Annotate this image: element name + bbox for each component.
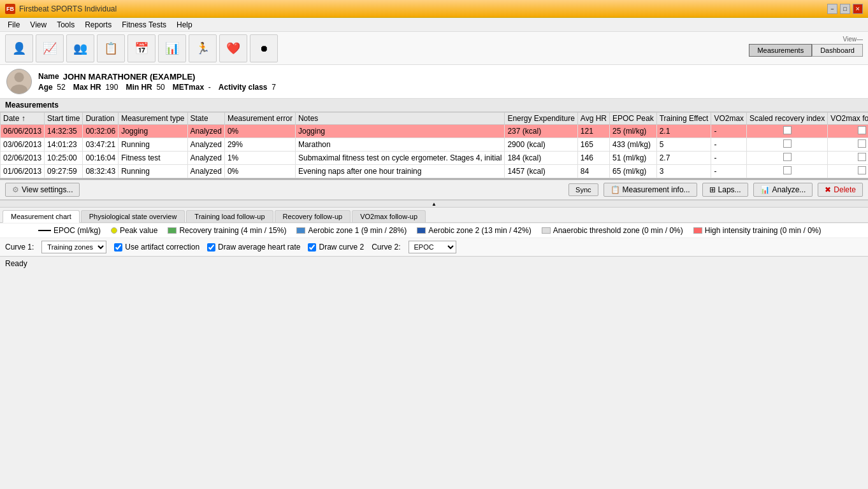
stats-icon: 📊 xyxy=(165,41,179,55)
table-row[interactable]: 03/06/201314:01:2303:47:21RunningAnalyze… xyxy=(1,138,869,152)
artifact-correction-checkbox[interactable] xyxy=(114,243,122,252)
tab-vo2max[interactable]: VO2max follow-up xyxy=(352,210,426,222)
tab-recovery[interactable]: Recovery follow-up xyxy=(275,210,351,222)
maximize-button[interactable]: □ xyxy=(840,4,850,14)
measurements-view-button[interactable]: Measurements xyxy=(749,44,812,57)
activity-button[interactable]: 🏃 xyxy=(189,34,217,62)
col-vo2[interactable]: VO2max xyxy=(711,113,747,125)
heart-button[interactable]: ❤️ xyxy=(219,34,247,62)
heart-icon: ❤️ xyxy=(226,41,240,55)
sri-checkbox[interactable] xyxy=(783,139,792,148)
laps-button[interactable]: ⊞ Laps... xyxy=(702,183,748,197)
col-vo2fu[interactable]: VO2max follow-up xyxy=(828,113,868,125)
vo2fu-cell xyxy=(828,152,868,165)
table-cell: 03/06/2013 xyxy=(1,138,45,152)
table-cell: - xyxy=(711,125,747,138)
vo2fu-checkbox[interactable] xyxy=(858,166,866,174)
table-cell: 0% xyxy=(224,125,295,138)
table-row[interactable]: 01/06/201309:27:5908:32:43RunningAnalyze… xyxy=(1,165,869,178)
menu-file[interactable]: File xyxy=(3,19,25,31)
title-bar: FB Firstbeat SPORTS Individual − □ ✕ xyxy=(0,0,868,18)
toolbar: 👤 📈 👥 📋 📅 📊 🏃 ❤️ ⏺ View— Measurements Da… xyxy=(0,32,868,65)
vo2fu-checkbox[interactable] xyxy=(858,153,866,161)
artifact-correction-label[interactable]: Use artifact correction xyxy=(114,243,199,252)
view-settings-button[interactable]: ⚙ View settings... xyxy=(5,183,80,197)
group-button[interactable]: 👥 xyxy=(66,34,94,62)
calendar-button[interactable]: 📅 xyxy=(127,34,156,62)
table-cell: 14:32:35 xyxy=(45,125,83,138)
table-cell: 01/06/2013 xyxy=(1,165,45,178)
menu-help[interactable]: Help xyxy=(171,19,198,31)
measurements-section: Measurements Date ↑ Start time Duration … xyxy=(0,99,868,180)
menu-view[interactable]: View xyxy=(25,19,52,31)
chart-legend: EPOC (ml/kg) Peak value Recovery trainin… xyxy=(0,223,868,237)
draw-curve2-label[interactable]: Draw curve 2 xyxy=(308,243,364,252)
legend-recovery-label: Recovery training (4 min / 15%) xyxy=(179,226,286,235)
table-cell: 0% xyxy=(224,165,295,178)
status-text: Ready xyxy=(5,259,27,268)
table-cell: - xyxy=(711,152,747,165)
sri-checkbox[interactable] xyxy=(783,166,792,174)
avg-hr-label[interactable]: Draw average heart rate xyxy=(207,243,300,252)
collapse-handle[interactable]: ▲ xyxy=(0,200,868,208)
measurement-info-button[interactable]: 📋 Measurement info... xyxy=(604,183,697,197)
col-date[interactable]: Date ↑ xyxy=(1,113,45,125)
curve1-select[interactable]: Training zones Heart rate Speed Altitude xyxy=(41,241,106,253)
menu-tools[interactable]: Tools xyxy=(52,19,80,31)
minimize-button[interactable]: − xyxy=(827,4,837,14)
vo2fu-checkbox[interactable] xyxy=(858,126,866,134)
table-cell: 2900 (kcal) xyxy=(505,138,577,152)
menu-reports[interactable]: Reports xyxy=(80,19,117,31)
col-duration[interactable]: Duration xyxy=(83,113,119,125)
tab-training-load[interactable]: Training load follow-up xyxy=(186,210,273,222)
table-row[interactable]: 02/06/201310:25:0000:16:04Fitness testAn… xyxy=(1,152,869,165)
col-state[interactable]: State xyxy=(187,113,224,125)
avg-hr-checkbox[interactable] xyxy=(207,243,215,252)
col-avghr[interactable]: Avg HR xyxy=(577,113,609,125)
legend-aerobic2: Aerobic zone 2 (13 min / 42%) xyxy=(417,226,531,235)
bottom-toolbar: ⚙ View settings... Sync 📋 Measurement in… xyxy=(0,180,868,200)
table-cell: 146 xyxy=(577,152,609,165)
report-button[interactable]: 📋 xyxy=(97,34,125,62)
record-button[interactable]: ⏺ xyxy=(250,34,278,62)
col-notes[interactable]: Notes xyxy=(295,113,504,125)
col-te[interactable]: Training Effect xyxy=(656,113,711,125)
menu-fitness-tests[interactable]: Fitness Tests xyxy=(117,19,171,31)
col-sri[interactable]: Scaled recovery index xyxy=(747,113,828,125)
curve2-label: Curve 2: xyxy=(372,243,400,252)
table-cell: Running xyxy=(119,138,187,152)
tab-measurement-chart[interactable]: Measurement chart xyxy=(3,210,80,223)
col-start[interactable]: Start time xyxy=(45,113,83,125)
col-epoc[interactable]: EPOC Peak xyxy=(609,113,656,125)
stats-button[interactable]: 📊 xyxy=(158,34,186,62)
dashboard-view-button[interactable]: Dashboard xyxy=(812,44,863,57)
measurements-table: Date ↑ Start time Duration Measurement t… xyxy=(0,112,868,178)
table-cell: 25 (ml/kg) xyxy=(609,125,656,138)
chart-button[interactable]: 📈 xyxy=(36,34,64,62)
draw-curve2-checkbox[interactable] xyxy=(308,243,316,252)
view-toggle: View— Measurements Dashboard xyxy=(749,36,863,57)
sync-button[interactable]: Sync xyxy=(568,183,598,196)
col-energy[interactable]: Energy Expenditure xyxy=(505,113,577,125)
close-button[interactable]: ✕ xyxy=(853,4,863,14)
table-body: 06/06/201314:32:3500:32:06JoggingAnalyze… xyxy=(1,125,869,178)
analyze-button[interactable]: 📊 Analyze... xyxy=(753,183,813,197)
table-cell: 03:47:21 xyxy=(83,138,119,152)
table-row[interactable]: 06/06/201314:32:3500:32:06JoggingAnalyze… xyxy=(1,125,869,138)
legend-anaerobic-color xyxy=(542,227,551,234)
legend-aerobic1: Aerobic zone 1 (9 min / 28%) xyxy=(296,226,407,235)
col-type[interactable]: Measurement type xyxy=(119,113,187,125)
delete-button[interactable]: ✖ Delete xyxy=(818,183,863,197)
view-buttons: Measurements Dashboard xyxy=(749,44,863,57)
name-value: JOHN MARATHONER (EXAMPLE) xyxy=(63,72,196,82)
col-error[interactable]: Measurement error xyxy=(224,113,295,125)
sri-checkbox[interactable] xyxy=(783,126,792,134)
sri-checkbox[interactable] xyxy=(783,153,792,161)
user-button[interactable]: 👤 xyxy=(5,34,33,62)
legend-aerobic1-label: Aerobic zone 1 (9 min / 28%) xyxy=(308,226,407,235)
vo2fu-checkbox[interactable] xyxy=(858,139,866,148)
user-info: Name JOHN MARATHONER (EXAMPLE) Age 52 Ma… xyxy=(38,72,276,92)
legend-anaerobic-label: Anaerobic threshold zone (0 min / 0%) xyxy=(553,226,683,235)
tab-physiological[interactable]: Physiological state overview xyxy=(81,210,185,222)
curve2-select[interactable]: EPOC Speed Altitude Cadence xyxy=(409,241,456,253)
